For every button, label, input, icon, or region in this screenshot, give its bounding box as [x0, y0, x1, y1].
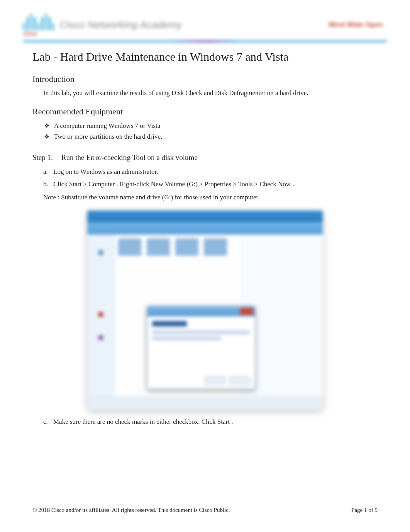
step-text-post: . [291, 180, 294, 188]
page-number: Page 1 of 9 [351, 507, 378, 513]
step-item-c: c. Make sure there are no check marks in… [43, 416, 378, 427]
header-band: cisco Cisco Networking Academy Mind Wide… [23, 12, 387, 42]
note-label: Note [43, 194, 56, 201]
step1-list: a. Log on to Windows as an administrator… [43, 167, 378, 190]
note-line: Note : Substitute the volume name and dr… [43, 192, 378, 202]
cancel-button[interactable] [229, 376, 250, 385]
cisco-logo-icon: cisco [23, 13, 54, 37]
sidebar-icon [98, 250, 103, 255]
step-marker: c. [43, 416, 48, 427]
button-ref: Start [217, 418, 230, 425]
step1-label: Step 1: [32, 153, 59, 162]
nav-path: Start > Computer [69, 180, 115, 188]
check-disk-dialog [147, 306, 255, 389]
list-item-text: A computer running Windows 7 or Vista [54, 122, 160, 129]
list-item-text: Two or more partitions on the hard drive… [54, 133, 162, 140]
step-text-pre: Make sure there are no check marks in ei… [53, 418, 217, 425]
close-icon[interactable] [240, 308, 253, 315]
step-marker: a. [43, 167, 48, 177]
step-item-a: a. Log on to Windows as an administrator… [43, 167, 378, 177]
explorer-main [114, 235, 242, 396]
drive-icon [204, 238, 227, 256]
dialog-buttons [205, 376, 250, 385]
note-text: : Substitute the volume name and drive (… [56, 194, 259, 201]
page-current: 1 [364, 507, 367, 513]
logo-subtext: cisco [23, 31, 54, 37]
copyright-text: © 2018 Cisco and/or its affiliates. All … [32, 507, 230, 513]
window-body [87, 235, 323, 396]
step-text-mid: . Right-click [115, 180, 151, 188]
drive-icon [118, 238, 141, 256]
drive-icon [175, 238, 198, 256]
page-total: 9 [375, 507, 378, 513]
dialog-option [152, 337, 221, 340]
page-sep: of [367, 507, 375, 513]
step1-heading: Step 1: Run the Error-checking Tool on a… [32, 153, 378, 162]
drive-icon-row [118, 238, 238, 258]
start-button[interactable] [205, 376, 225, 385]
step-marker: b. [43, 179, 48, 190]
page-title: Lab - Hard Drive Maintenance in Windows … [32, 50, 378, 63]
window-toolbar [87, 222, 323, 235]
step-text: Log on to Windows as an administrator. [53, 168, 158, 175]
intro-text: In this lab, you will examine the result… [43, 88, 378, 98]
document-content: Lab - Hard Drive Maintenance in Windows … [23, 42, 387, 427]
brand-tagline: Mind Wide Open [329, 21, 383, 29]
page-footer: © 2018 Cisco and/or its affiliates. All … [32, 507, 378, 513]
drive-icon [147, 238, 170, 256]
dialog-titlebar [147, 306, 255, 316]
bullet-icon: ❖ [44, 131, 49, 142]
sidebar-icon [98, 335, 103, 340]
list-item: ❖ Two or more partitions on the hard dri… [44, 131, 378, 143]
page-root: cisco Cisco Networking Academy Mind Wide… [0, 0, 410, 532]
list-item: ❖ A computer running Windows 7 or Vista [44, 121, 378, 132]
embedded-screenshot [87, 211, 323, 410]
step-item-b: b. Click Start > Computer . Right-click … [43, 179, 378, 190]
dialog-heading [152, 321, 187, 326]
step1-list-cont: c. Make sure there are no check marks in… [43, 416, 378, 427]
intro-heading: Introduction [32, 74, 378, 84]
window-titlebar [87, 211, 323, 222]
dialog-body [147, 316, 255, 347]
dialog-option [152, 330, 250, 334]
equipment-list: ❖ A computer running Windows 7 or Vista … [44, 121, 378, 143]
equipment-heading: Recommended Equipment [32, 107, 378, 117]
academy-title: Cisco Networking Academy [59, 19, 182, 31]
status-bar [87, 396, 323, 410]
step-text-pre: Click [53, 180, 69, 188]
step-text-post: . [230, 418, 233, 425]
page-label: Page [351, 507, 364, 513]
explorer-sidebar [87, 235, 114, 396]
bullet-icon: ❖ [44, 121, 49, 131]
nav-path: New Volume (G:) > Properties > Tools > C… [151, 180, 291, 188]
logo-block: cisco Cisco Networking Academy [23, 13, 182, 37]
step1-title: Run the Error-checking Tool on a disk vo… [61, 153, 198, 161]
sidebar-icon [98, 312, 103, 317]
